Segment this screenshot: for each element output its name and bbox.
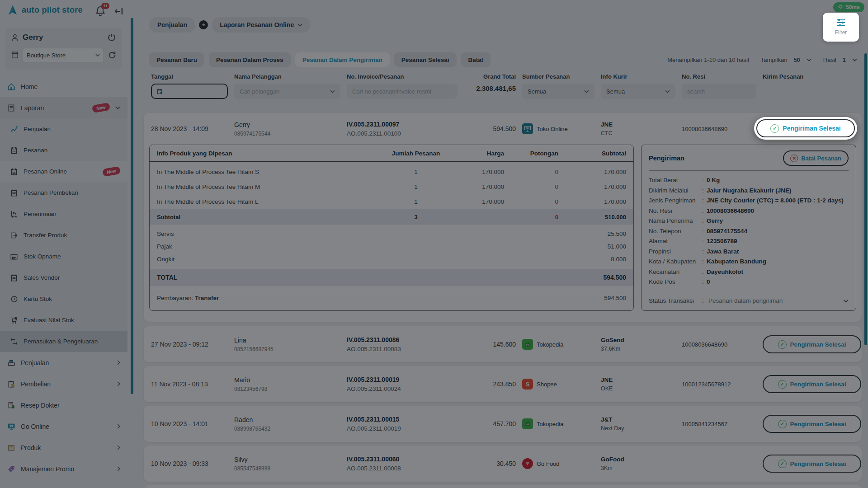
colon: :: [702, 247, 707, 257]
logout-button[interactable]: [114, 6, 124, 16]
invoice-number: IV.005.2311.00097: [347, 121, 458, 128]
sidebar-item-go-online[interactable]: Go Online: [0, 416, 127, 437]
order-row[interactable]: 10 Nov 2023 - 09:33 Silvy 085547548999 I…: [144, 446, 862, 482]
sidebar-item-pemasukan-pengeluaran[interactable]: Pemasukan & Pengeluaran: [0, 331, 127, 352]
brand-name: auto pilot store: [22, 5, 83, 15]
total-amount: 594.500: [603, 274, 626, 281]
customer-name: Gerry: [234, 121, 340, 128]
date-filter[interactable]: [151, 84, 228, 99]
product-row: In The Middle of Process Tee Hitam M 1 1…: [150, 179, 633, 194]
sidebar-item-resep-dokter[interactable]: Resep Dokter: [0, 394, 127, 416]
tab-label: Pesanan Selesai: [401, 56, 449, 63]
sidebar-item-stok-opname[interactable]: Stok Opname: [0, 246, 127, 267]
chevron-down-icon: [330, 90, 335, 93]
order-date: 10 Nov 2023 - 14:01: [151, 420, 228, 427]
sidebar-item-label: Pemasukan & Pengeluaran: [24, 338, 98, 345]
order-row[interactable]: 11 Nov 2023 - 08:13 Mario 08123456798 IV…: [144, 366, 862, 402]
brand-logo[interactable]: auto pilot store: [7, 5, 83, 15]
order-card: 11 Nov 2023 - 08:13 Mario 08123456798 IV…: [144, 366, 862, 402]
delivery-complete-button[interactable]: ✓Pengiriman Selesai: [763, 455, 861, 473]
shipping-details: Total Berat:0 Kg Dikirim Melalui:Jalur N…: [649, 175, 849, 287]
status-select[interactable]: Pesanan dalam pengiriman: [708, 297, 843, 304]
sidebar-item-evaluasi-nilai-stok[interactable]: Evaluasi Nilai Stok: [0, 310, 127, 331]
sidebar-item-label: Penjualan: [24, 126, 51, 132]
customer-name: Mario: [234, 376, 340, 384]
sidebar-item-sales-vendor[interactable]: Sales Vendor: [0, 267, 127, 288]
order-row[interactable]: 10 Nov 2023 - 14:01 Raden 088998765432 I…: [144, 406, 862, 442]
scrollbar-thumb-left[interactable]: [131, 18, 133, 394]
product-price: 170.000: [450, 183, 504, 190]
chevron-down-icon[interactable]: [843, 299, 849, 303]
product-name: In The Middle of Process Tee Hitam M: [157, 183, 382, 190]
page-size-value[interactable]: 50: [793, 56, 800, 63]
courier-filter-select[interactable]: Semua: [601, 84, 675, 99]
colon: :: [702, 297, 708, 304]
filter-fab[interactable]: Filter: [823, 13, 859, 42]
sidebar-item-pesanan[interactable]: Pesanan: [0, 140, 127, 161]
page-number-value[interactable]: 1: [843, 56, 846, 63]
check-circle-icon: ✓: [778, 340, 787, 349]
product-qty: 1: [382, 169, 450, 175]
order-row[interactable]: 27 Nov 2023 - 09:12 Lina 0852156687945 I…: [144, 326, 862, 362]
date-filter-input[interactable]: [166, 88, 222, 95]
tracking-number: 10008036648690: [682, 341, 756, 348]
source-filter-select[interactable]: Semua: [522, 84, 594, 99]
sidebar-item-laporan[interactable]: Laporan New: [0, 97, 127, 118]
notifications-button[interactable]: 11: [95, 5, 107, 17]
breadcrumb-current[interactable]: Laporan Pesanan Online: [212, 17, 311, 33]
product-qty: 1: [382, 183, 450, 190]
order-detail: Info Produk yang Dipesan Jumlah Pesanan …: [144, 145, 862, 311]
customer-filter-select[interactable]: Cari pelanggan: [234, 84, 340, 99]
sidebar-item-produk[interactable]: Produk: [0, 437, 127, 458]
refresh-icon[interactable]: [108, 51, 117, 60]
payment-method: Transfer: [195, 295, 219, 301]
product-qty: 1: [382, 198, 450, 205]
detail-value: 0 Kg: [707, 175, 720, 186]
breadcrumb-parent[interactable]: Penjualan: [149, 17, 195, 33]
order-card-partial: [144, 485, 862, 488]
total-label: TOTAL: [157, 274, 177, 281]
delivery-complete-button-highlighted[interactable]: ✓ Pengiriman Selesai: [756, 119, 855, 137]
sidebar-item-transfer-produk[interactable]: Transfer Produk: [0, 225, 127, 246]
delivery-complete-button[interactable]: ✓Pengiriman Selesai: [763, 415, 861, 433]
courier-service: OKE: [601, 385, 613, 392]
sidebar-item-pesanan-pembelian[interactable]: Pesanan Pembelian: [0, 182, 127, 203]
tab-pesanan-baru[interactable]: Pesanan Baru: [149, 52, 204, 67]
payment-label: Pembayaran:: [157, 295, 193, 301]
transaction-status-row: Status Transaksi : Pesanan dalam pengiri…: [649, 297, 849, 304]
resi-filter-label: No. Resi: [682, 73, 756, 80]
invoice-filter-input[interactable]: [347, 84, 458, 99]
delivery-complete-button[interactable]: ✓Pengiriman Selesai: [763, 375, 861, 393]
courier-name: GoFood: [601, 456, 675, 463]
delivery-complete-button[interactable]: ✓Pengiriman Selesai: [763, 335, 861, 353]
spotlight-ring: ✓ Pengiriman Selesai: [754, 117, 857, 140]
customer-name: Raden: [234, 416, 340, 423]
store-select[interactable]: Boutique Store: [23, 48, 104, 62]
cart-value-icon: [10, 316, 18, 324]
sidebar-item-home[interactable]: Home: [0, 76, 127, 97]
sidebar-item-penerimaan[interactable]: Penerimaan: [0, 203, 127, 225]
subtotal-row: Subtotal 3 0 510.000: [150, 209, 633, 225]
cancel-order-button[interactable]: ✕ Batal Pesanan: [783, 150, 849, 166]
calendar-icon: [10, 189, 18, 197]
courier-filter-value: Semua: [606, 88, 625, 95]
toko-online-icon: [522, 123, 533, 134]
sidebar-item-penjualan[interactable]: Penjualan: [0, 352, 127, 373]
tab-pesanan-dalam-pengiriman[interactable]: Pesanan Dalam Pengiriman: [295, 52, 390, 67]
order-source: Go Food: [537, 460, 560, 467]
tracking-number: 10005841234567: [682, 421, 756, 427]
order-number: AO.005.2311.00024: [347, 385, 458, 392]
sidebar-item-pesanan-online[interactable]: Pesanan Online New: [0, 161, 127, 182]
sidebar-item-penjualan-laporan[interactable]: Penjualan: [0, 118, 127, 140]
power-icon[interactable]: [107, 33, 117, 42]
chevron-down-icon[interactable]: [852, 58, 857, 61]
tab-pesanan-dalam-proses[interactable]: Pesanan Dalam Proses: [209, 52, 291, 67]
resi-filter-input[interactable]: [682, 84, 756, 99]
sidebar-item-pembelian[interactable]: Pembelian: [0, 373, 127, 394]
sidebar-item-kartu-stok[interactable]: Kartu Stok: [0, 288, 127, 310]
tab-pesanan-selesai[interactable]: Pesanan Selesai: [394, 52, 457, 67]
col-qty: Jumlah Pesanan: [382, 150, 450, 157]
sidebar-item-manajemen-promo[interactable]: % Manajemen Promo: [0, 458, 127, 479]
chevron-down-icon[interactable]: [807, 58, 811, 61]
tab-batal[interactable]: Batal: [461, 52, 491, 67]
